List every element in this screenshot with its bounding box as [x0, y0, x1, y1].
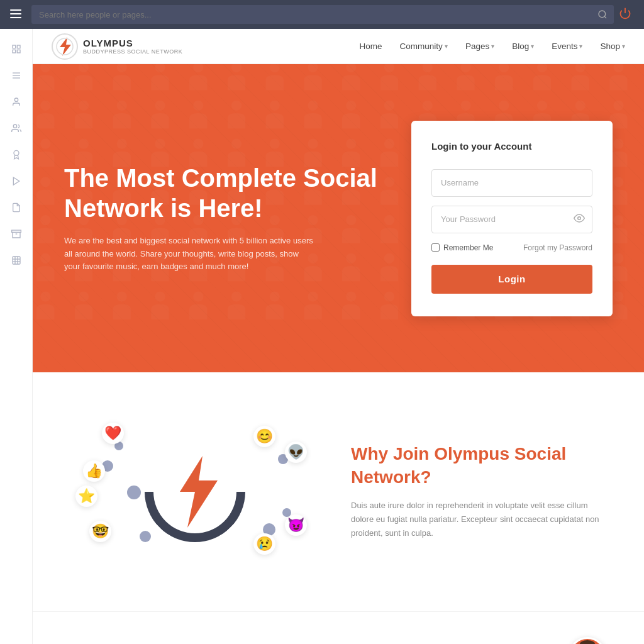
login-card: Login to your Account Remember Me	[411, 121, 613, 316]
nav-home[interactable]: Home	[360, 42, 382, 51]
hero-description: We are the best and biggest social netwo…	[64, 235, 316, 274]
nav-community[interactable]: Community▾	[400, 42, 448, 51]
login-button[interactable]: Login	[431, 265, 592, 294]
svg-rect-6	[13, 45, 16, 48]
sidebar	[0, 29, 33, 644]
emoji-devil: 😈	[285, 514, 307, 536]
sidebar-icon-list[interactable]	[5, 64, 28, 87]
sidebar-icon-table[interactable]	[5, 249, 28, 272]
why-join-section: ❤️ 😊 👍 ⭐ 🤓 👽 😈 😢 Why Join Olympus Social…	[33, 372, 644, 611]
sidebar-icon-archive[interactable]	[5, 223, 28, 245]
svg-rect-17	[11, 230, 21, 232]
logo-title: OLYMPUS	[83, 38, 182, 48]
nav-blog[interactable]: Blog▾	[512, 42, 534, 51]
svg-rect-8	[13, 50, 16, 53]
sidebar-icon-user[interactable]	[5, 91, 28, 113]
nav-logo-text: OLYMPUS BUDDYPRESS SOCIAL NETWORK	[83, 38, 182, 55]
emoji-glasses: 🤓	[89, 521, 111, 542]
emoji-like: 👍	[83, 460, 105, 482]
hero-section: The Most Complete Social Network is Here…	[33, 64, 644, 372]
emoji-smile: 😊	[253, 426, 275, 447]
hero-content: The Most Complete Social Network is Here…	[64, 163, 379, 274]
svg-point-13	[14, 98, 18, 101]
show-password-icon[interactable]	[574, 213, 585, 226]
nav-shop[interactable]: Shop▾	[600, 42, 625, 51]
meet-section: Meet New People all over the World Duis …	[33, 611, 644, 644]
sidebar-icon-group[interactable]	[5, 117, 28, 140]
password-input[interactable]	[431, 206, 592, 233]
map-avatar	[569, 637, 606, 644]
svg-rect-1	[10, 13, 21, 14]
svg-point-120	[580, 640, 595, 644]
hero-title: The Most Complete Social Network is Here…	[64, 163, 379, 223]
forgot-password-link[interactable]: Forgot my Password	[523, 243, 592, 252]
emoji-sad: 😢	[253, 533, 275, 555]
chevron-down-icon: ▾	[491, 43, 494, 50]
why-join-title: Why Join Olympus Social Network?	[351, 443, 613, 489]
svg-rect-2	[10, 17, 21, 18]
search-input[interactable]	[31, 5, 614, 24]
avatar-person-icon	[574, 639, 601, 644]
lightning-visual	[138, 435, 252, 548]
chevron-down-icon: ▾	[622, 43, 625, 50]
search-wrap	[31, 5, 614, 24]
arc-decoration	[124, 421, 266, 563]
sidebar-icon-document[interactable]	[5, 196, 28, 219]
svg-point-27	[578, 216, 581, 219]
nav-events[interactable]: Events▾	[552, 42, 582, 51]
login-options: Remember Me Forgot my Password	[431, 243, 592, 252]
svg-rect-0	[10, 9, 21, 11]
svg-rect-19	[13, 257, 20, 264]
emoji-heart: ❤️	[102, 423, 124, 444]
chevron-down-icon: ▾	[531, 43, 534, 50]
nav-logo: OLYMPUS BUDDYPRESS SOCIAL NETWORK	[52, 33, 182, 60]
svg-rect-7	[17, 45, 20, 48]
nav-links: Home Community▾ Pages▾ Blog▾ Events▾ Sho…	[360, 42, 625, 51]
remember-me-label[interactable]: Remember Me	[431, 243, 493, 252]
logo-subtitle: BUDDYPRESS SOCIAL NETWORK	[83, 48, 182, 55]
svg-marker-16	[13, 177, 19, 185]
top-bar	[0, 0, 644, 29]
username-wrap	[431, 169, 592, 197]
nav-pages[interactable]: Pages▾	[465, 42, 494, 51]
emoji-alien: 👽	[285, 441, 307, 463]
why-join-description: Duis aute irure dolor in reprehenderit i…	[351, 499, 602, 540]
password-wrap	[431, 206, 592, 233]
emoji-star: ⭐	[75, 486, 97, 507]
svg-rect-9	[17, 50, 20, 53]
logo-circle	[52, 33, 78, 60]
nav-bar: OLYMPUS BUDDYPRESS SOCIAL NETWORK Home C…	[33, 29, 644, 64]
remember-me-text: Remember Me	[443, 243, 493, 252]
main-content: OLYMPUS BUDDYPRESS SOCIAL NETWORK Home C…	[33, 29, 644, 644]
username-input[interactable]	[431, 169, 592, 197]
sidebar-icon-badge[interactable]	[5, 143, 28, 166]
login-card-title: Login to your Account	[431, 141, 592, 152]
power-button[interactable]	[614, 4, 636, 25]
remember-me-checkbox[interactable]	[431, 243, 440, 252]
logo-bolt-icon	[56, 36, 74, 57]
sidebar-icon-play[interactable]	[5, 170, 28, 192]
why-join-text: Why Join Olympus Social Network? Duis au…	[351, 443, 613, 540]
chevron-down-icon: ▾	[579, 43, 582, 50]
why-join-visual: ❤️ 😊 👍 ⭐ 🤓 👽 😈 😢	[64, 410, 326, 574]
svg-point-15	[14, 150, 19, 155]
svg-point-14	[13, 125, 16, 128]
hamburger-button[interactable]	[8, 6, 24, 24]
chevron-down-icon: ▾	[445, 43, 448, 50]
sidebar-icon-grid[interactable]	[5, 38, 28, 60]
